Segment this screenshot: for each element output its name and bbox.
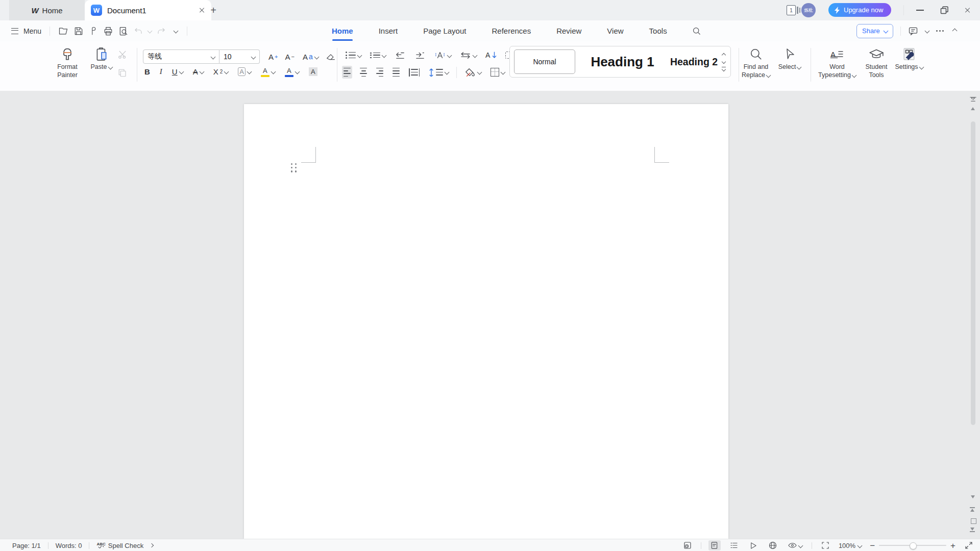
document-page[interactable] bbox=[244, 104, 728, 539]
word-typesetting-button[interactable]: A Word Typesetting bbox=[815, 45, 860, 79]
ribbon-tab-view[interactable]: View bbox=[606, 27, 624, 35]
style-normal[interactable]: Normal bbox=[514, 49, 575, 74]
zoom-in-icon[interactable]: + bbox=[950, 541, 955, 550]
align-right-button[interactable] bbox=[375, 66, 385, 79]
scrollbar-thumb[interactable] bbox=[971, 121, 975, 425]
undo-icon[interactable] bbox=[134, 25, 143, 37]
document-tab[interactable]: W Document1 bbox=[85, 0, 211, 20]
close-tab-icon[interactable] bbox=[199, 7, 205, 13]
grow-font-button[interactable]: A+ bbox=[267, 52, 279, 62]
ruler-toggle-icon[interactable] bbox=[969, 93, 977, 105]
clear-format-button[interactable] bbox=[324, 51, 337, 62]
select-browse-object-button[interactable] bbox=[971, 518, 976, 524]
zoom-out-icon[interactable]: − bbox=[870, 541, 875, 550]
upgrade-button[interactable]: Upgrade now bbox=[828, 3, 891, 17]
new-tab-button[interactable]: + bbox=[207, 4, 219, 16]
open-file-icon[interactable] bbox=[58, 25, 68, 37]
previous-page-button[interactable] bbox=[970, 507, 975, 512]
font-name-select[interactable]: 等线 bbox=[143, 49, 219, 64]
task-window-icon[interactable] bbox=[681, 540, 694, 550]
ribbon-tab-review[interactable]: Review bbox=[555, 27, 582, 35]
zoom-level-button[interactable]: 100% bbox=[839, 542, 862, 549]
bullets-button[interactable] bbox=[344, 51, 363, 60]
minimize-button[interactable] bbox=[916, 10, 924, 11]
underline-button[interactable]: U bbox=[170, 66, 185, 77]
increase-indent-button[interactable] bbox=[413, 49, 427, 61]
font-size-select[interactable]: 10 bbox=[219, 49, 260, 64]
cut-icon[interactable] bbox=[117, 48, 128, 61]
customize-toolbar-icon[interactable] bbox=[174, 29, 179, 34]
shrink-font-button[interactable]: A− bbox=[283, 52, 296, 62]
spell-check-button[interactable]: ABC Spell Check bbox=[96, 542, 153, 549]
decrease-indent-button[interactable] bbox=[393, 49, 407, 61]
zoom-slider[interactable] bbox=[879, 545, 946, 546]
align-center-button[interactable] bbox=[358, 66, 369, 79]
view-outline-icon[interactable] bbox=[728, 540, 740, 550]
highlight-button[interactable]: A bbox=[259, 66, 277, 78]
view-web-layout-icon[interactable] bbox=[767, 540, 779, 550]
zoom-slider-knob[interactable] bbox=[910, 542, 917, 549]
close-window-button[interactable] bbox=[965, 7, 972, 15]
menu-button[interactable]: Menu bbox=[23, 27, 41, 35]
find-replace-button[interactable]: Find and Replace bbox=[739, 45, 773, 79]
undo-dropdown-icon[interactable] bbox=[148, 29, 153, 34]
view-fullscreen-play-icon[interactable] bbox=[747, 540, 760, 550]
user-avatar[interactable]: 炼粃 bbox=[801, 3, 816, 17]
select-button[interactable]: Select bbox=[775, 45, 804, 71]
format-painter-button[interactable]: Format Painter bbox=[49, 45, 86, 79]
fit-page-icon[interactable] bbox=[819, 540, 831, 550]
line-spacing-button[interactable] bbox=[427, 67, 450, 78]
ribbon-tab-insert[interactable]: Insert bbox=[378, 27, 399, 35]
styles-scroll-down-icon[interactable] bbox=[722, 59, 726, 63]
view-eye-protect-icon[interactable] bbox=[786, 540, 804, 550]
save-icon[interactable] bbox=[74, 25, 84, 37]
copy-icon[interactable] bbox=[118, 67, 127, 79]
ribbon-tab-tools[interactable]: Tools bbox=[648, 27, 668, 35]
comments-dropdown-icon[interactable] bbox=[924, 29, 929, 34]
change-case-button[interactable]: Aa bbox=[301, 52, 320, 62]
font-color-button[interactable]: A bbox=[283, 66, 301, 78]
comments-icon[interactable] bbox=[908, 25, 918, 37]
ribbon-tab-page-layout[interactable]: Page Layout bbox=[422, 27, 467, 35]
more-options-icon[interactable] bbox=[936, 30, 944, 32]
borders-button[interactable] bbox=[489, 67, 506, 78]
text-effects-button[interactable]: A bbox=[236, 66, 253, 77]
ribbon-tab-home[interactable]: Home bbox=[331, 27, 354, 35]
ribbon-tab-references[interactable]: References bbox=[491, 27, 532, 35]
search-commands-icon[interactable] bbox=[692, 25, 701, 37]
styles-expand-icon[interactable] bbox=[722, 67, 726, 71]
fullscreen-expand-icon[interactable] bbox=[963, 540, 975, 550]
print-icon[interactable] bbox=[103, 25, 113, 37]
numbering-button[interactable] bbox=[369, 52, 387, 59]
settings-button[interactable]: Settings bbox=[892, 45, 926, 71]
align-left-button[interactable] bbox=[342, 66, 352, 79]
document-count-badge[interactable]: 1 bbox=[787, 5, 800, 15]
sort-button[interactable]: A bbox=[484, 50, 498, 60]
view-print-layout-icon[interactable] bbox=[708, 540, 721, 550]
superscript-button[interactable]: X2 bbox=[212, 66, 230, 77]
shading-button[interactable] bbox=[463, 66, 483, 79]
scroll-up-icon[interactable] bbox=[971, 107, 975, 110]
home-tab[interactable]: W Home bbox=[9, 0, 85, 20]
hamburger-menu-icon[interactable] bbox=[11, 28, 18, 34]
style-heading-2[interactable]: Heading 2 bbox=[670, 46, 718, 77]
style-heading-1[interactable]: Heading 1 bbox=[575, 46, 670, 77]
share-button[interactable]: Share bbox=[856, 24, 893, 38]
justify-button[interactable] bbox=[391, 66, 401, 79]
redo-icon[interactable] bbox=[157, 25, 166, 37]
student-tools-button[interactable]: Student Tools bbox=[862, 45, 891, 79]
restore-button[interactable] bbox=[940, 6, 948, 16]
paste-button[interactable]: Paste bbox=[87, 45, 116, 71]
print-preview-icon[interactable] bbox=[118, 25, 129, 37]
italic-button[interactable]: I bbox=[158, 66, 164, 77]
page-indicator[interactable]: Page: 1/1 bbox=[12, 542, 41, 549]
char-shading-button[interactable]: A bbox=[307, 66, 319, 77]
paragraph-drag-handle[interactable] bbox=[291, 163, 297, 172]
bold-button[interactable]: B bbox=[143, 66, 152, 77]
character-spacing-button[interactable] bbox=[433, 49, 453, 61]
scroll-down-icon[interactable] bbox=[971, 495, 975, 498]
text-direction-button[interactable] bbox=[458, 50, 478, 60]
styles-scroll-up-icon[interactable] bbox=[722, 53, 726, 57]
collapse-ribbon-icon[interactable] bbox=[952, 29, 957, 34]
strikethrough-button[interactable]: A bbox=[191, 66, 205, 77]
